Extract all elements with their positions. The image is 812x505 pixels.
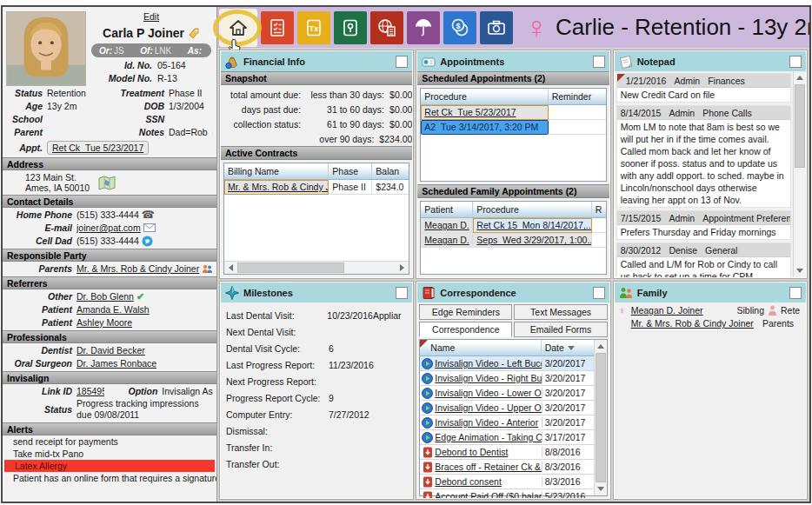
tx-forms-button[interactable]: Tx — [297, 11, 330, 44]
correspondence-panel-checkbox[interactable] — [593, 287, 605, 299]
correspondence-link[interactable]: Braces off - Retainer Ck & F — [435, 462, 541, 472]
notepad-panel-checkbox[interactable] — [789, 56, 802, 68]
appointments-panel-checkbox[interactable] — [593, 56, 605, 68]
appointment-row-selected[interactable]: A2 Tue 3/14/2017, 3:20 PM — [421, 120, 605, 135]
milestones-panel-checkbox[interactable] — [396, 287, 408, 299]
billing-name-link[interactable]: Mr. & Mrs. Rob & Cindy Joiner — [224, 180, 329, 195]
correspondence-link[interactable]: Invisalign Video - Right Buc — [435, 373, 541, 383]
horizontal-scrollbar[interactable] — [224, 261, 409, 274]
patient-chart-button[interactable] — [334, 11, 367, 44]
scroll-right-arrow[interactable] — [396, 262, 409, 275]
referrer-link[interactable]: Dr. Bob Glenn — [77, 291, 134, 302]
column-procedure[interactable]: Procedure — [421, 89, 548, 104]
column-billing-name[interactable]: Billing Name — [224, 163, 329, 179]
family-member-link[interactable]: Mr. & Mrs. Rob & Cindy Joiner — [631, 318, 754, 329]
scroll-left-arrow[interactable] — [224, 262, 237, 275]
scroll-down-arrow[interactable] — [595, 482, 608, 495]
tag-icon[interactable] — [188, 27, 200, 39]
envelope-icon[interactable] — [143, 223, 156, 232]
vertical-scrollbar[interactable] — [594, 340, 607, 495]
column-name[interactable]: Name — [420, 340, 541, 355]
scrollbar-thumb[interactable] — [596, 353, 606, 482]
correspondence-link[interactable]: Invisalign Video - Left Bucca — [435, 358, 541, 369]
family-patient-link[interactable]: Meagan D. — [421, 218, 473, 233]
vertical-scrollbar[interactable] — [793, 71, 806, 277]
note-entry[interactable]: 8/30/2012DeniseGeneral Called and L/M fo… — [616, 243, 791, 277]
email-link[interactable]: joiner@pat.com — [77, 223, 141, 233]
invisalign-link-id[interactable]: 1854950 — [77, 386, 104, 396]
correspondence-row[interactable]: Account Paid Off ($0 balanc5/23/2016 — [420, 489, 593, 499]
correspondence-row[interactable]: Debond to Dentist8/8/2016 — [420, 445, 593, 460]
column-patient[interactable]: Patient — [421, 202, 473, 217]
family-appointment-row[interactable]: Meagan D. Ret Ck 15 Mon 8/14/2017,... — [421, 218, 605, 233]
correspondence-row[interactable]: Invisalign Video - Upper Oc3/20/2017 — [420, 401, 593, 415]
family-panel-checkbox[interactable] — [789, 287, 802, 299]
correspondence-row[interactable]: Braces off - Retainer Ck & F8/3/2016 — [420, 460, 593, 475]
panel-jump-marker[interactable] — [617, 74, 625, 82]
note-date: 1/21/2016 — [626, 74, 667, 87]
correspondence-row[interactable]: Invisalign Video - Right Buc3/20/2017 — [420, 371, 593, 386]
correspondence-link[interactable]: Debond to Dentist — [435, 447, 541, 457]
scrollbar-thumb[interactable] — [795, 84, 805, 168]
referrer-link[interactable]: Ashley Moore — [77, 317, 132, 328]
appointment-link[interactable]: Ret Ck Tue 5/23/2017 — [421, 105, 548, 120]
column-reminder-r[interactable]: R — [592, 202, 606, 217]
tab-emailed-forms[interactable]: Emailed Forms — [514, 322, 607, 337]
family-appointment-row[interactable]: Meagan D. Seps Wed 3/29/2017, 1:00... — [421, 233, 605, 248]
referrer-link[interactable]: Amanda E. Walsh — [77, 304, 150, 315]
financial-panel-checkbox[interactable] — [396, 56, 408, 68]
financials-button[interactable]: $ — [443, 11, 476, 44]
column-procedure[interactable]: Procedure — [473, 202, 591, 217]
correspondence-row[interactable]: Invisalign Video - Left Bucca3/20/2017 — [420, 356, 593, 371]
insurance-button[interactable] — [407, 11, 440, 44]
correspondence-link[interactable]: Edge Animation - Taking Ca — [435, 432, 541, 442]
column-date[interactable]: Date — [542, 340, 594, 355]
correspondence-row[interactable]: Invisalign Video - Anterior3/20/2017 — [420, 415, 593, 430]
responsible-party-link[interactable]: Mr. & Mrs. Rob & Cindy Joiner — [77, 263, 199, 274]
scheduled-appointments-header: Scheduled Appointments (2) — [417, 71, 609, 85]
note-entry[interactable]: 7/15/2015AdminAppointment Preference Pre… — [616, 210, 791, 240]
edit-link[interactable]: Edit — [143, 11, 159, 22]
scrollbar-thumb[interactable] — [237, 262, 344, 273]
scroll-down-arrow[interactable] — [794, 264, 807, 277]
family-appointment-link[interactable]: Seps Wed 3/29/2017, 1:00... — [473, 233, 591, 248]
correspondence-link[interactable]: Account Paid Off ($0 balanc — [435, 491, 541, 499]
correspondence-link[interactable]: Invisalign Video - Anterior — [435, 417, 541, 428]
oral-surgeon-link[interactable]: Dr. James Ronbace — [77, 358, 156, 369]
tab-text-messages[interactable]: Text Messages — [514, 304, 607, 320]
correspondence-row[interactable]: Debond consent8/3/2016 — [420, 475, 593, 489]
chat-icon[interactable] — [142, 236, 153, 247]
note-entry[interactable]: 1/21/2016AdminFinances New Credit Card o… — [616, 73, 791, 103]
column-reminder[interactable]: Reminder — [549, 89, 606, 104]
family-member-row[interactable]: ♀ Meagan D. Joiner Sibling Rete — [615, 302, 806, 316]
contract-row[interactable]: Mr. & Mrs. Rob & Cindy Joiner Phase II $… — [224, 180, 409, 195]
patient-photo[interactable] — [6, 11, 86, 86]
note-entry[interactable]: 8/14/2015AdminPhone Calls Mom LM to note… — [616, 105, 791, 208]
correspondence-link[interactable]: Invisalign Video - Upper Oc — [435, 402, 541, 413]
treatment-checklist-button[interactable] — [261, 11, 294, 44]
dentist-link[interactable]: Dr. David Becker — [77, 345, 145, 355]
scroll-up-arrow[interactable] — [595, 340, 608, 353]
tab-correspondence[interactable]: Correspondence — [419, 322, 512, 337]
imaging-button[interactable] — [480, 11, 513, 44]
column-phase[interactable]: Phase — [329, 163, 372, 179]
appointment-row[interactable]: Ret Ck Tue 5/23/2017 — [421, 105, 605, 120]
scroll-up-arrow[interactable] — [794, 71, 807, 84]
correspondence-row[interactable]: Edge Animation - Taking Ca3/17/2017 — [420, 430, 593, 445]
family-member-row[interactable]: Mr. & Mrs. Rob & Cindy Joiner Parents — [615, 316, 806, 329]
next-appointment-link[interactable]: Ret Ck Tue 5/23/2017 — [47, 141, 149, 155]
phone-icon[interactable] — [142, 209, 155, 221]
family-appointment-link[interactable]: Ret Ck 15 Mon 8/14/2017,... — [473, 218, 591, 233]
column-balance[interactable]: Balan — [372, 163, 409, 179]
family-patient-link[interactable]: Meagan D. — [421, 233, 473, 248]
family-member-link[interactable]: Meagan D. Joiner — [631, 305, 703, 316]
email-label: E-mail — [3, 223, 72, 233]
correspondence-link[interactable]: Invisalign Video - Lower Oc — [435, 388, 541, 398]
map-icon[interactable] — [98, 176, 116, 190]
appointment-selected[interactable]: A2 Tue 3/14/2017, 3:20 PM — [421, 120, 548, 135]
reports-button[interactable] — [370, 11, 403, 44]
correspondence-row[interactable]: Invisalign Video - Lower Oc3/20/2017 — [420, 386, 593, 401]
panel-jump-marker[interactable] — [420, 340, 428, 348]
correspondence-link[interactable]: Debond consent — [435, 476, 541, 487]
tab-edge-reminders[interactable]: Edge Reminders — [419, 304, 512, 320]
